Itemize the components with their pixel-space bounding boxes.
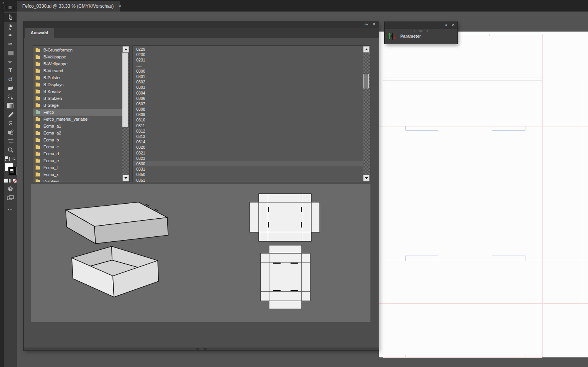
- tool-list: ✒✑✏T↺: [4, 13, 17, 154]
- code-row[interactable]: 0303: [133, 85, 363, 90]
- folder-list-scrollbar[interactable]: [122, 46, 129, 181]
- drawing-modes-button[interactable]: [4, 185, 17, 193]
- code-row[interactable]: ----: [133, 63, 363, 68]
- code-row[interactable]: 0314: [133, 139, 363, 144]
- folder-row[interactable]: Ecma_d: [33, 150, 122, 157]
- document-tab[interactable]: Fefco_0330.ai @ 33,33 % (CMYK/Vorschau) …: [17, 1, 120, 12]
- code-row[interactable]: 0229: [133, 46, 363, 52]
- toolbar-expand-icon[interactable]: »: [2, 1, 4, 5]
- code-row[interactable]: 0351: [133, 178, 363, 182]
- folder-icon: [35, 125, 40, 128]
- default-fill-stroke-icon[interactable]: [5, 157, 10, 161]
- pen-tool-icon: ✒: [8, 33, 13, 38]
- code-row[interactable]: 0321: [133, 150, 363, 156]
- direct-selection-tool[interactable]: [4, 22, 17, 31]
- code-row[interactable]: 0230: [133, 52, 363, 57]
- code-row[interactable]: 0320: [133, 144, 363, 150]
- dialog-close-icon[interactable]: ✕: [372, 22, 376, 27]
- lid-dieline: [249, 194, 320, 241]
- parameter-panel-titlebar[interactable]: » ✕: [385, 22, 458, 29]
- code-row[interactable]: 0313: [133, 134, 363, 139]
- code-row[interactable]: 0231: [133, 57, 363, 63]
- folder-icon: [35, 138, 40, 142]
- toolbar-overflow-icon[interactable]: ⋯: [8, 206, 13, 212]
- folder-row[interactable]: Fefco: [33, 109, 122, 116]
- screen-mode-button[interactable]: [4, 194, 17, 202]
- code-row[interactable]: 0308: [133, 106, 363, 112]
- parameter-expand-icon[interactable]: »: [445, 23, 448, 27]
- code-row[interactable]: 0300: [133, 68, 363, 74]
- code-row[interactable]: 0331: [133, 166, 363, 172]
- folder-row[interactable]: B-Kreativ: [33, 88, 122, 95]
- gradient-mode-button[interactable]: [8, 179, 13, 183]
- code-row[interactable]: 0307: [133, 101, 363, 106]
- folder-row[interactable]: Displays: [33, 178, 122, 182]
- none-mode-button[interactable]: [13, 179, 17, 183]
- scroll-up-button[interactable]: [363, 46, 370, 53]
- folder-row[interactable]: B-Displays: [33, 81, 122, 88]
- bubble-arrow-tool[interactable]: [4, 93, 17, 101]
- folder-row[interactable]: Ecma_x: [33, 171, 122, 178]
- code-row[interactable]: 0306: [133, 96, 363, 101]
- code-row[interactable]: 0330: [133, 161, 363, 166]
- code-row[interactable]: 0311: [133, 123, 363, 128]
- folder-row[interactable]: B-Stege: [33, 102, 122, 109]
- code-row[interactable]: 0301: [133, 74, 363, 79]
- scroll-up-button[interactable]: [122, 46, 129, 53]
- dialog-collapse-icon[interactable]: ««: [365, 22, 368, 27]
- rotate-tool[interactable]: ↺: [4, 75, 17, 84]
- code-list-scrollbar[interactable]: [363, 46, 370, 181]
- code-row[interactable]: 0309: [133, 112, 363, 117]
- dialog-titlebar[interactable]: «« ✕: [24, 21, 379, 28]
- scrollbar-thumb[interactable]: [122, 53, 128, 127]
- code-row[interactable]: 0304: [133, 90, 363, 96]
- twirl-tool[interactable]: [4, 119, 17, 128]
- tab-auswahl[interactable]: Auswahl: [25, 28, 54, 38]
- folder-row[interactable]: B-Wellpappe: [33, 60, 122, 67]
- code-row[interactable]: 0350: [133, 172, 363, 177]
- rectangle-tool[interactable]: [4, 48, 17, 57]
- rectangle-tool-icon: [8, 51, 13, 55]
- shape-builder-tool[interactable]: [4, 128, 17, 137]
- eraser-tool[interactable]: [4, 84, 17, 93]
- folder-row[interactable]: Fefco_material_variabel: [33, 116, 122, 123]
- code-row[interactable]: 0323: [133, 156, 363, 161]
- code-row[interactable]: 0310: [133, 117, 363, 123]
- document-tab-close-icon[interactable]: ✕: [118, 4, 121, 8]
- parameter-close-icon[interactable]: ✕: [452, 23, 455, 27]
- pen-tool[interactable]: ✒: [4, 31, 17, 40]
- folder-row[interactable]: B-Versand: [33, 67, 122, 74]
- toolbar-grip[interactable]: [5, 6, 16, 9]
- artboard-tool[interactable]: [4, 137, 17, 146]
- tray-3d-render: [72, 246, 159, 297]
- folder-row[interactable]: Ecma_c: [33, 143, 122, 150]
- type-tool[interactable]: T: [4, 66, 17, 75]
- stroke-swatch[interactable]: [8, 167, 16, 175]
- document-canvas[interactable]: [379, 31, 588, 357]
- scrollbar-thumb[interactable]: [363, 74, 369, 88]
- folder-row[interactable]: B-Polster: [33, 74, 122, 81]
- folder-row[interactable]: Ecma_a1: [33, 123, 122, 130]
- color-mode-button[interactable]: [4, 179, 8, 183]
- curvature-tool[interactable]: ✑: [4, 40, 17, 48]
- folder-row[interactable]: Ecma_b: [33, 136, 122, 143]
- folder-row[interactable]: Ecma_e: [33, 157, 122, 164]
- selection-tool[interactable]: [4, 13, 17, 22]
- swap-fill-stroke-icon[interactable]: ↺: [11, 157, 16, 161]
- document-tab-title: Fefco_0330.ai @ 33,33 % (CMYK/Vorschau): [17, 3, 114, 9]
- folder-row[interactable]: B-Vollpappe: [33, 53, 122, 60]
- paintbrush-tool[interactable]: ✏: [4, 57, 17, 66]
- folder-row[interactable]: Ecma_a2: [33, 130, 122, 136]
- gradient-tool[interactable]: [4, 101, 17, 110]
- code-row[interactable]: 0302: [133, 79, 363, 85]
- artboard-dieline-drawing: [379, 32, 588, 358]
- dialog-resize-grip[interactable]: [196, 348, 207, 350]
- folder-row[interactable]: B-Grundformen: [33, 46, 122, 53]
- folder-row[interactable]: B-Stützen: [33, 95, 122, 102]
- scroll-down-button[interactable]: [122, 175, 129, 181]
- scroll-down-button[interactable]: [363, 175, 370, 181]
- eyedropper-tool[interactable]: [4, 110, 17, 119]
- zoom-tool[interactable]: [4, 146, 17, 154]
- code-row[interactable]: 0312: [133, 128, 363, 134]
- folder-row[interactable]: Ecma_f: [33, 164, 122, 171]
